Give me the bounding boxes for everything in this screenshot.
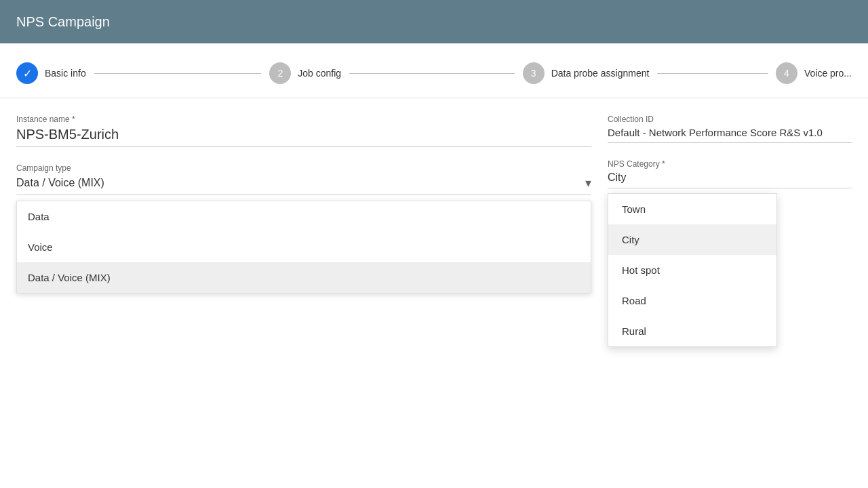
step-1[interactable]: ✓ Basic info: [16, 62, 269, 84]
stepper: ✓ Basic info 2 Job config 3 Data probe a…: [0, 43, 868, 98]
nps-option-road[interactable]: Road: [608, 285, 776, 316]
chevron-down-icon: ▾: [585, 176, 591, 190]
campaign-type-selected: Data / Voice (MIX): [16, 177, 104, 189]
page-header: NPS Campaign: [0, 0, 868, 43]
nps-option-town[interactable]: Town: [608, 194, 776, 224]
nps-category-selected: City: [608, 171, 627, 184]
step-1-icon: ✓: [23, 67, 32, 80]
step-4-circle: 4: [776, 62, 797, 84]
step-2-label: Job config: [298, 68, 341, 79]
step-3-number: 3: [531, 68, 536, 79]
step-4-label: Voice pro...: [804, 68, 852, 79]
step-line-2: [349, 73, 514, 74]
instance-name-label: Instance name *: [16, 115, 591, 124]
step-2[interactable]: 2 Job config: [269, 62, 522, 84]
campaign-option-mix[interactable]: Data / Voice (MIX): [17, 262, 591, 293]
left-panel: Instance name * NPS-BM5-Zurich Campaign …: [16, 115, 591, 310]
content-area: Instance name * NPS-BM5-Zurich Campaign …: [0, 98, 868, 310]
campaign-type-dropdown: Data Voice Data / Voice (MIX): [16, 201, 591, 293]
nps-option-hotspot[interactable]: Hot spot: [608, 255, 776, 285]
campaign-option-voice[interactable]: Voice: [17, 232, 591, 262]
step-3[interactable]: 3 Data probe assignment: [523, 62, 776, 84]
nps-option-city[interactable]: City: [608, 224, 776, 255]
step-line-3: [657, 73, 768, 74]
step-2-number: 2: [277, 68, 283, 79]
campaign-option-data[interactable]: Data: [17, 201, 591, 232]
nps-option-rural[interactable]: Rural: [608, 316, 776, 346]
nps-category-dropdown: Town City Hot spot Road Rural: [608, 193, 777, 347]
nps-category-label: NPS Category *: [608, 159, 852, 169]
collection-id-value[interactable]: Default - Network Performance Score R&S …: [608, 127, 852, 143]
step-4-number: 4: [784, 68, 789, 79]
collection-id-group: Collection ID Default - Network Performa…: [608, 115, 852, 143]
step-line-1: [94, 73, 262, 74]
campaign-type-label: Campaign type: [16, 163, 591, 173]
instance-name-group: Instance name * NPS-BM5-Zurich: [16, 115, 591, 147]
step-2-circle: 2: [269, 62, 291, 84]
step-4[interactable]: 4 Voice pro...: [776, 62, 852, 84]
step-3-label: Data probe assignment: [551, 68, 650, 79]
campaign-type-select[interactable]: Data / Voice (MIX) ▾: [16, 176, 591, 195]
nps-category-select[interactable]: City: [608, 171, 852, 188]
instance-name-value[interactable]: NPS-BM5-Zurich: [16, 127, 591, 147]
collection-id-label: Collection ID: [608, 115, 852, 124]
right-panel: Collection ID Default - Network Performa…: [608, 115, 852, 310]
step-1-label: Basic info: [45, 68, 86, 79]
step-1-circle: ✓: [16, 62, 38, 84]
step-3-circle: 3: [523, 62, 545, 84]
page-title: NPS Campaign: [16, 14, 110, 30]
campaign-type-group: Campaign type Data / Voice (MIX) ▾ Data …: [16, 163, 591, 293]
nps-category-group: NPS Category * City Town City Hot spot R…: [608, 159, 852, 188]
